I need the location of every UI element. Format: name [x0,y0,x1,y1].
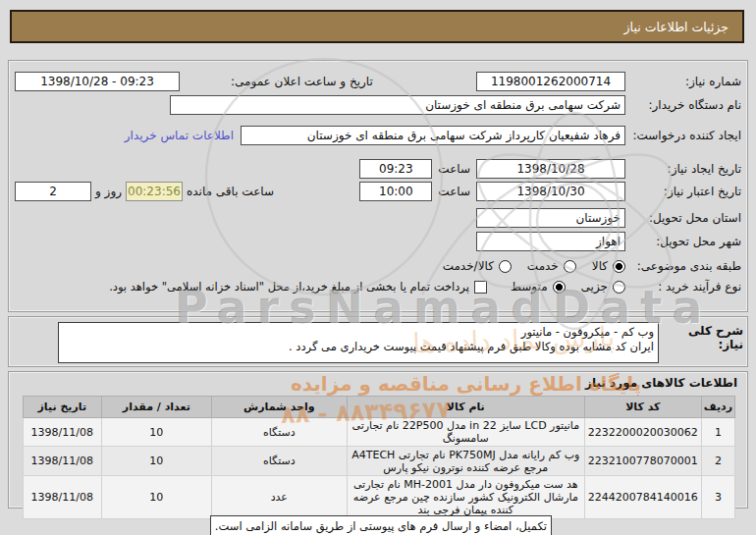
radio-option-goods[interactable]: کالا [592,259,625,273]
items-table-header: ردیف کد کالا نام کالا واحد شمارش تعداد /… [23,397,734,418]
row-buyer-org: نام دستگاه خریدار: شرکت سهامی برق منطقه … [15,95,741,115]
radio-option-goods-service[interactable]: کالا/خدمت [443,259,512,273]
row-need-number: شماره نیاز: 1198001262000714 تاریخ و ساع… [15,72,741,91]
cell-item-code: 2244200784140016 [584,476,701,519]
radio-medium-label: متوسط [511,280,548,294]
province-label: استان محل تحویل: [625,211,741,225]
radio-goods-icon[interactable] [613,260,625,273]
days-remaining-label: روز و [95,185,122,198]
col-header-unit: واحد شمارش [211,397,347,418]
description-line-2: ایران کد مشابه بوده وکالا طبق فرم پیشنها… [63,340,654,354]
row-process-type: نوع فرآیند خرید : جزیی متوسط پرداخت تمام… [15,280,741,294]
radio-goods-service-icon[interactable] [499,260,512,273]
cell-item-qty: 10 [101,418,211,447]
row-category: طبقه بندی موضوعی: کالا خدمت کالا/خدمت [15,259,741,273]
radio-service-icon[interactable] [564,260,576,273]
page-title: جزئیات اطلاعات نیاز [624,20,729,34]
radio-option-service[interactable]: خدمت [527,259,576,273]
table-row[interactable]: 1 2232200020030062 مانیتور LCD سایز 22 i… [23,418,734,447]
table-row[interactable]: 2 2232100778070001 وب کم رایانه مدل PK75… [23,447,734,476]
description-field[interactable]: وب کم - میکروفون - مانیتور ایران کد مشاب… [58,322,659,363]
radio-option-minor[interactable]: جزیی [581,280,625,294]
cell-item-unit: دستگاه [211,418,347,447]
row-city: شهر محل تحویل: اهواز [15,232,741,251]
cell-item-qty: 10 [101,476,211,519]
page-title-bar: جزئیات اطلاعات نیاز [10,10,744,43]
cell-row-number: 3 [701,476,734,519]
cell-row-number: 1 [701,418,734,447]
description-line-1: وب کم - میکروفون - مانیتور [63,325,654,340]
table-row[interactable]: 3 2244200784140016 هد ست میکروفون دار مد… [23,476,734,519]
category-label: طبقه بندی موضوعی: [625,259,741,273]
items-section-title: اطلاعات کالاهای مورد نیاز [15,374,741,394]
radio-minor-icon[interactable] [613,281,625,294]
row-creator: ایجاد کننده درخواست: فرهاد شفیعیان کارپر… [15,120,741,151]
cell-item-date: 1398/11/08 [23,447,101,476]
radio-minor-label: جزیی [581,280,608,294]
cell-item-date: 1398/11/08 [23,418,101,447]
radio-service-label: خدمت [527,259,559,273]
radio-option-medium[interactable]: متوسط [511,280,566,294]
row-province: استان محل تحویل: خوزستان [15,208,741,228]
radio-goods-service-label: کالا/خدمت [443,259,494,273]
city-field[interactable]: اهواز [476,232,625,251]
countdown-timer: 00:23:56 [126,182,183,201]
cell-item-code: 2232100778070001 [584,447,701,476]
buyer-org-field[interactable]: شرکت سهامی برق منطقه ای خوزستان [170,95,625,115]
cell-item-date: 1398/11/08 [23,476,101,519]
need-description-panel: شرح کلی نیاز: وب کم - میکروفون - مانیتور… [8,316,748,367]
items-table: ردیف کد کالا نام کالا واحد شمارش تعداد /… [23,396,735,519]
cell-row-number: 2 [701,447,734,476]
radio-goods-label: کالا [592,259,608,273]
created-date-label: تاریخ ایجاد نیاز: [625,162,741,176]
days-remaining-field[interactable]: 2 [15,182,91,201]
validity-date-field[interactable]: 1398/10/30 [476,182,625,201]
treasury-docs-checkbox[interactable] [474,281,487,294]
created-time-field[interactable]: 09:23 [359,159,432,179]
announce-datetime-field[interactable]: 1398/10/28 - 09:23 [15,72,180,91]
col-header-code: کد کالا [584,397,701,418]
required-items-panel: اطلاعات کالاهای مورد نیاز ردیف کد کالا ن… [8,371,748,508]
treasury-docs-label: پرداخت تمام یا بخشی از مبلغ خرید،از محل … [109,280,469,294]
description-label: شرح کلی نیاز: [659,322,743,351]
need-number-field[interactable]: 1198001262000714 [476,72,625,91]
cell-item-code: 2232200020030062 [584,418,701,447]
buyer-org-label: نام دستگاه خریدار: [625,98,741,112]
validity-date-label: تاریخ اعتبار نیاز: [625,185,741,198]
province-field[interactable]: خوزستان [476,208,625,228]
validity-time-field[interactable]: 10:00 [359,182,432,201]
cell-item-name: وب کم رایانه مدل PK750MJ نام تجارتی A4TE… [347,447,584,476]
need-info-panel: شماره نیاز: 1198001262000714 تاریخ و ساع… [8,60,748,312]
created-time-label: ساعت [432,162,476,176]
announce-datetime-label: تاریخ و ساعت اعلان عمومی: [225,75,379,88]
footer-note: تکمیل، امضاء و ارسال فرم های پیوستی از ط… [210,515,552,535]
need-details-page: جزئیات اطلاعات نیاز شماره نیاز: 11980012… [0,0,756,535]
creator-label: ایجاد کننده درخواست: [625,130,741,142]
created-date-field[interactable]: 1398/10/28 [476,159,625,179]
row-validity-date: تاریخ اعتبار نیاز: 1398/10/30 ساعت 10:00… [15,182,741,201]
city-label: شهر محل تحویل: [625,235,741,248]
cell-item-name: هد ست میکروفون دار مدل MH-2001 نام تجارت… [347,476,584,519]
validity-time-label: ساعت [432,185,476,198]
row-created-date: تاریخ ایجاد نیاز: 1398/10/28 ساعت 09:23 [15,159,741,179]
cell-item-name: مانیتور LCD سایز 22 in مدل 22P500 نام تج… [347,418,584,447]
col-header-qty: تعداد / مقدار [101,397,211,418]
creator-field[interactable]: فرهاد شفیعیان کارپرداز شرکت سهامی برق من… [241,126,625,145]
process-type-label: نوع فرآیند خرید : [625,280,741,294]
buyer-contact-link[interactable]: اطلاعات تماس خریدار [125,129,234,142]
col-header-name: نام کالا [347,397,584,418]
cell-item-unit: دستگاه [211,447,347,476]
col-header-date: تاریخ نیاز [23,397,101,418]
radio-medium-icon[interactable] [553,281,566,294]
col-header-row: ردیف [701,397,734,418]
cell-item-qty: 10 [101,447,211,476]
cell-item-unit: عدد [211,476,347,519]
need-number-label: شماره نیاز: [625,75,741,88]
remaining-time-label: ساعت باقی مانده [187,185,274,198]
